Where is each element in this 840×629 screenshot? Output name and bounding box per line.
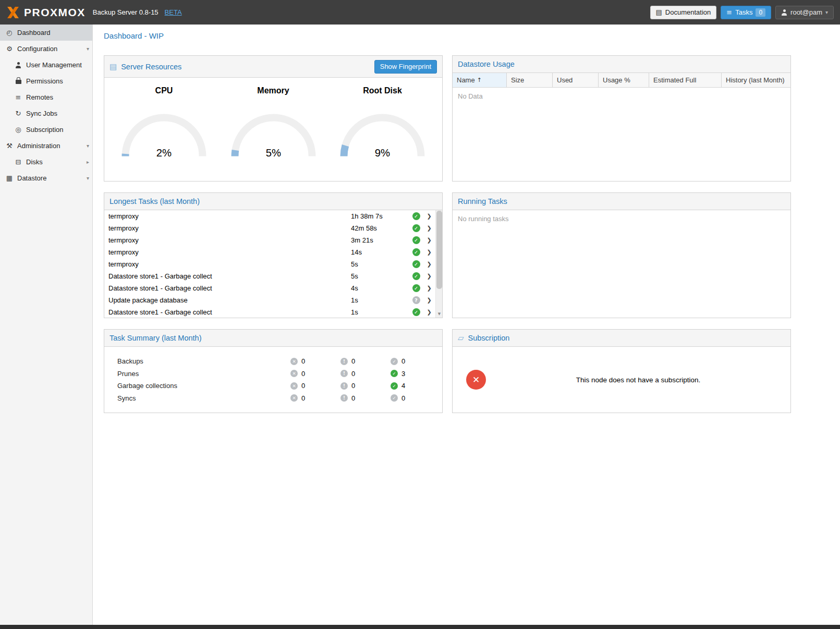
error-icon: ✕ — [290, 358, 298, 365]
error-count: 0 — [301, 394, 305, 402]
user-icon — [14, 62, 22, 69]
summary-label: Garbage collections — [117, 382, 290, 390]
gauge-root-disk: Root Disk9% — [333, 86, 432, 162]
task-summary-rows: Backups✕0!0✓0Prunes✕0!0✓3Garbage collect… — [104, 347, 442, 404]
sidebar-item-sync-jobs[interactable]: ↻Sync Jobs — [0, 105, 92, 122]
gauge-value: 9% — [375, 147, 390, 159]
task-row[interactable]: Datastore store1 - Garbage collect1s✓❯ — [104, 306, 435, 318]
column-header-used[interactable]: Used — [553, 73, 599, 87]
column-header-name[interactable]: Name↑ — [453, 73, 507, 87]
task-row[interactable]: Datastore store1 - Garbage collect5s✓❯ — [104, 270, 435, 282]
status-ok-icon: ✓ — [412, 284, 420, 292]
chevron-right-icon[interactable]: ❯ — [423, 213, 435, 220]
task-duration: 5s — [351, 260, 409, 268]
task-row[interactable]: termproxy1h 38m 7s✓❯ — [104, 210, 435, 222]
sidebar-item-dashboard[interactable]: ◴Dashboard — [0, 25, 92, 41]
ok-icon: ✓ — [391, 370, 398, 377]
task-row[interactable]: termproxy42m 58s✓❯ — [104, 222, 435, 234]
scrollbar[interactable]: ▼ — [435, 210, 442, 318]
datastore-table-header: Name↑SizeUsedUsage %Estimated FullHistor… — [453, 73, 790, 88]
sidebar-item-administration[interactable]: ⚒Administration▾ — [0, 138, 92, 154]
column-header-size[interactable]: Size — [507, 73, 553, 87]
column-header-estimated-full[interactable]: Estimated Full — [649, 73, 722, 87]
task-summary-title: Task Summary (last Month) — [109, 334, 201, 342]
chevron-right-icon[interactable]: ❯ — [423, 285, 435, 292]
task-duration: 1s — [351, 308, 409, 316]
datastore-empty-text: No Data — [453, 88, 790, 105]
error-count: 0 — [301, 382, 305, 390]
ok-icon: ✓ — [391, 382, 398, 390]
chevron-right-icon[interactable]: ❯ — [423, 249, 435, 256]
task-row[interactable]: termproxy14s✓❯ — [104, 246, 435, 258]
error-icon: ✕ — [290, 382, 298, 390]
column-header-history-last-month[interactable]: History (last Month) — [722, 73, 790, 87]
tasks-button[interactable]: ≡ Tasks 0 — [721, 6, 771, 19]
caret-down-icon[interactable]: ▾ — [87, 143, 89, 149]
gauges-area: CPU2%Memory5%Root Disk9% — [104, 78, 442, 162]
task-row[interactable]: termproxy3m 21s✓❯ — [104, 234, 435, 246]
gauge-label: CPU — [115, 86, 214, 95]
sidebar-item-user-management[interactable]: User Management — [0, 57, 92, 73]
product-version: Backup Server 0.8-15 — [93, 8, 159, 16]
sidebar-item-label: User Management — [26, 61, 82, 69]
building-icon: ▦ — [5, 175, 14, 182]
task-name: Update package database — [108, 296, 351, 304]
topbar: PROXMOX Backup Server 0.8-15 BETA ▤ Docu… — [0, 0, 840, 25]
chevron-right-icon[interactable]: ❯ — [423, 237, 435, 244]
error-icon: ✕ — [290, 370, 298, 377]
chevron-right-icon[interactable]: ❯ — [423, 297, 435, 304]
ok-icon: ✓ — [391, 358, 398, 365]
scrollbar-thumb[interactable] — [436, 211, 442, 289]
caret-right-icon[interactable]: ▸ — [87, 159, 89, 165]
scroll-down-icon[interactable]: ▼ — [436, 310, 442, 318]
sidebar-item-remotes[interactable]: ≡Remotes — [0, 89, 92, 105]
dashboard-content: ▤ Server Resources Show Fingerprint CPU2… — [93, 46, 840, 422]
proxmox-brand: PROXMOX — [6, 6, 86, 19]
error-icon: ✕ — [290, 394, 298, 402]
status-ok-icon: ✓ — [412, 224, 420, 232]
proxmox-logo-icon — [6, 7, 20, 18]
beta-link[interactable]: BETA — [165, 8, 182, 16]
caret-down-icon[interactable]: ▾ — [87, 175, 89, 181]
task-row[interactable]: Update package database1s?❯ — [104, 294, 435, 306]
sidebar-item-label: Configuration — [17, 45, 57, 53]
task-name: Datastore store1 - Garbage collect — [108, 284, 351, 292]
task-name: Datastore store1 - Garbage collect — [108, 308, 351, 316]
column-label: Name — [457, 76, 475, 84]
warning-count: 0 — [351, 357, 355, 365]
documentation-button[interactable]: ▤ Documentation — [650, 6, 717, 19]
status-ok-icon: ✓ — [412, 212, 420, 220]
running-tasks-title: Running Tasks — [458, 197, 507, 205]
page-title: Dashboard - WIP — [93, 25, 840, 46]
datastore-usage-title: Datastore Usage — [458, 60, 515, 68]
sidebar-item-configuration[interactable]: ⚙Configuration▾ — [0, 41, 92, 57]
show-fingerprint-button[interactable]: Show Fingerprint — [374, 60, 437, 74]
user-menu-button[interactable]: root@pam ▾ — [775, 6, 834, 19]
brand-name: PROXMOX — [24, 6, 86, 19]
sidebar-item-disks[interactable]: ⊟Disks▸ — [0, 154, 92, 170]
panel-server-resources: ▤ Server Resources Show Fingerprint CPU2… — [104, 55, 443, 182]
task-row[interactable]: termproxy5s✓❯ — [104, 258, 435, 270]
chevron-right-icon[interactable]: ❯ — [423, 273, 435, 280]
tasks-label: Tasks — [735, 8, 752, 16]
summary-label: Prunes — [117, 370, 290, 378]
column-header-usage[interactable]: Usage % — [599, 73, 649, 87]
chevron-right-icon[interactable]: ❯ — [423, 309, 435, 316]
sidebar-item-permissions[interactable]: Permissions — [0, 73, 92, 89]
chevron-right-icon[interactable]: ❯ — [423, 261, 435, 268]
sidebar-item-datastore[interactable]: ▦Datastore▾ — [0, 170, 92, 186]
warning-icon: ! — [340, 358, 348, 365]
chevron-right-icon[interactable]: ❯ — [423, 225, 435, 232]
sidebar-item-subscription[interactable]: ◎Subscription — [0, 122, 92, 138]
caret-down-icon[interactable]: ▾ — [87, 46, 89, 52]
warning-icon: ! — [340, 370, 348, 377]
panel-task-summary: Task Summary (last Month) Backups✕0!0✓0P… — [104, 329, 443, 413]
task-row[interactable]: Datastore store1 - Garbage collect4s✓❯ — [104, 282, 435, 294]
warning-icon: ! — [340, 394, 348, 402]
status-unknown-icon: ? — [412, 296, 420, 304]
warning-icon: ! — [340, 382, 348, 390]
gauge-arc: 2% — [116, 108, 212, 160]
summary-row: Backups✕0!0✓0 — [117, 355, 442, 368]
gauge-label: Root Disk — [333, 86, 432, 95]
panel-subscription: ▱ Subscription ✕ This node does not have… — [452, 329, 791, 413]
